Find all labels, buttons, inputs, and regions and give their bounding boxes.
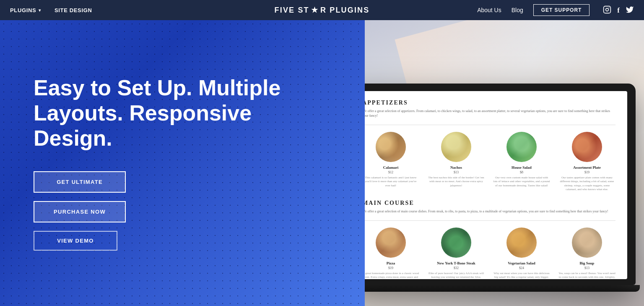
vsalad-food-circle <box>506 228 537 258</box>
logo-star-icon: ★ <box>311 5 319 15</box>
svg-point-2 <box>609 7 610 8</box>
instagram-icon[interactable] <box>603 5 611 15</box>
nachos-desc: The best nachos this side of the border!… <box>428 176 485 187</box>
steak-name: New York T-Bone Steak <box>428 261 485 265</box>
salad-food-circle <box>506 132 537 162</box>
appetizers-title: APPETIZERS <box>365 99 615 106</box>
appetizers-divider <box>365 125 615 125</box>
soup-food-circle <box>572 228 602 258</box>
menu-item-assortment: Assortment Plate $19 Our tastes appetize… <box>558 132 615 191</box>
pizza-image <box>376 228 406 258</box>
main-course-title: MAIN COURSE <box>365 200 615 207</box>
laptop-screen: APPETIZERS We offer a great selection of… <box>365 91 627 279</box>
soup-desc: Yes, soup can be a meal! Bonus: You won'… <box>558 272 615 279</box>
plugins-label: PLUGINS <box>10 7 36 13</box>
nachos-food-circle <box>441 132 471 162</box>
assortment-price: $19 <box>558 170 615 174</box>
soup-price: $13 <box>558 266 615 270</box>
nav-blog-link[interactable]: Blog <box>512 7 523 13</box>
appetizers-desc: We offer a great selection of appetizers… <box>365 109 615 118</box>
soup-image <box>572 228 602 258</box>
calamari-price: $12 <box>365 170 419 174</box>
steak-price: $32 <box>428 266 485 270</box>
main-course-desc: We offer a great selection of main cours… <box>365 209 615 214</box>
assortment-image <box>572 132 602 162</box>
pizza-name: Pizza <box>365 261 419 265</box>
hero-heading: Easy to Set Up. Multiple Layouts. Respon… <box>34 76 331 151</box>
logo-text-after: R PLUGINS <box>320 6 369 15</box>
nav-support-button[interactable]: GET SUPPORT <box>533 4 590 16</box>
house-salad-price: $8 <box>493 170 550 174</box>
veg-salad-desc: Why eat meat when you can have this deli… <box>493 272 550 279</box>
steak-image <box>441 228 471 258</box>
laptop-body: APPETIZERS We offer a great selection of… <box>365 84 636 285</box>
calamari-image <box>376 132 406 162</box>
laptop-mockup: APPETIZERS We offer a great selection of… <box>365 84 644 306</box>
assortment-name: Assortment Plate <box>558 165 615 170</box>
nav-right: About Us Blog GET SUPPORT f <box>477 4 634 16</box>
purchase-now-button[interactable]: PURCHASE NOW <box>34 201 126 222</box>
menu-item-pizza: Pizza $19 A great homemade pizza done in… <box>365 228 419 279</box>
nav-site-design-link[interactable]: SITE DESIGN <box>55 7 92 13</box>
hero-right-panel: APPETIZERS We offer a great selection of… <box>365 20 644 306</box>
menu-item-house-salad: House Salad $8 Our very own custom made … <box>493 132 550 191</box>
nav-social-icons: f <box>603 5 634 15</box>
get-ultimate-button[interactable]: GET ULTIMATE <box>34 171 126 193</box>
main-course-items-row: Pizza $19 A great homemade pizza done in… <box>365 228 615 279</box>
steak-desc: Elite of pure heaven! Our juicy AAA stea… <box>428 272 485 279</box>
veg-salad-image <box>506 228 537 258</box>
assorted-food-circle <box>572 132 602 162</box>
menu-item-veg-salad: Vegetarian Salad $24 Why eat meat when y… <box>493 228 550 279</box>
steak-food-circle <box>441 228 471 258</box>
house-salad-desc: Our very own custom made house salad wit… <box>493 176 550 187</box>
navbar: PLUGINS ▾ SITE DESIGN FIVE ST★R PLUGINS … <box>0 0 644 20</box>
veg-salad-price: $24 <box>493 266 550 270</box>
menu-mockup-content: APPETIZERS We offer a great selection of… <box>365 91 627 279</box>
hero-buttons: GET ULTIMATE PURCHASE NOW VIEW DEMO <box>34 171 331 251</box>
menu-item-calamari: Calamari $12 This calamari is so fantast… <box>365 132 419 191</box>
calamari-food-circle <box>376 132 406 162</box>
appetizers-section: APPETIZERS We offer a great selection of… <box>365 99 615 191</box>
soup-name: Big Soup <box>558 261 615 265</box>
menu-item-soup: Big Soup $13 Yes, soup can be a meal! Bo… <box>558 228 615 279</box>
veg-salad-name: Vegetarian Salad <box>493 261 550 265</box>
menu-item-nachos: Nachos $13 The best nachos this side of … <box>428 132 485 191</box>
nav-plugins-menu[interactable]: PLUGINS ▾ <box>10 7 41 13</box>
hero-left-panel: Easy to Set Up. Multiple Layouts. Respon… <box>0 20 365 306</box>
main-course-divider <box>365 220 615 221</box>
pizza-desc: A great homemade pizza done in a classic… <box>365 272 419 279</box>
assortment-desc: Our tastes appetizer plate comes with ma… <box>558 176 615 191</box>
menu-item-steak: New York T-Bone Steak $32 Elite of pure … <box>428 228 485 279</box>
nachos-price: $13 <box>428 170 485 174</box>
laptop-base <box>365 285 640 292</box>
nav-left: PLUGINS ▾ SITE DESIGN <box>10 7 92 13</box>
appetizers-items-row: Calamari $12 This calamari is so fantast… <box>365 132 615 191</box>
calamari-name: Calamari <box>365 165 419 170</box>
main-course-section: MAIN COURSE We offer a great selection o… <box>365 200 615 279</box>
nav-about-link[interactable]: About Us <box>477 7 501 13</box>
plugins-chevron-icon: ▾ <box>39 8 41 13</box>
house-salad-image <box>506 132 537 162</box>
logo-text-before: FIVE ST <box>275 6 309 15</box>
pizza-food-circle <box>376 228 406 258</box>
twitter-icon[interactable] <box>626 5 634 15</box>
nachos-image <box>441 132 471 162</box>
hero-section: Easy to Set Up. Multiple Layouts. Respon… <box>0 20 644 306</box>
site-logo[interactable]: FIVE ST★R PLUGINS <box>275 5 370 15</box>
svg-rect-0 <box>604 6 611 13</box>
facebook-icon[interactable]: f <box>617 7 620 14</box>
house-salad-name: House Salad <box>493 165 550 170</box>
calamari-desc: This calamari is so fantastic and I just… <box>365 176 419 187</box>
view-demo-button[interactable]: VIEW DEMO <box>34 231 117 251</box>
svg-point-1 <box>606 8 609 11</box>
pizza-price: $19 <box>365 266 419 270</box>
nachos-name: Nachos <box>428 165 485 170</box>
